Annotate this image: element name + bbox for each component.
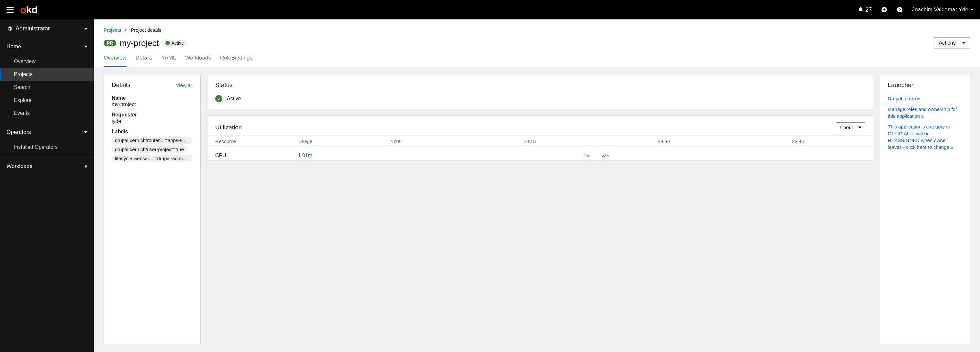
top-bar: okd 27 ? Joachim Valdemar Yde (0, 0, 980, 19)
launcher-link-category[interactable]: This application's category is OFFICIAL:… (888, 123, 962, 151)
col-resource: Resource (215, 138, 264, 144)
sparkline[interactable]: 2m (312, 153, 865, 158)
topbar-left: okd (6, 4, 38, 16)
sidebar-item-explore[interactable]: Explore (0, 94, 94, 107)
time-tick: 23:30 (658, 138, 670, 144)
sidebar-section-label: Workloads (6, 163, 32, 170)
sidebar-item-events[interactable]: Events (0, 107, 94, 120)
chevron-right-icon (86, 165, 88, 168)
question-circle-icon: ? (897, 6, 903, 13)
card-title: Launcher (888, 81, 913, 89)
time-range-value: 1 hour (839, 125, 853, 130)
caret-down-icon (970, 9, 974, 11)
sidebar-section-home[interactable]: Home (0, 38, 94, 55)
utilization-row-cpu: CPU 1.01m 2m (207, 147, 873, 160)
breadcrumb-current: Project details (131, 27, 161, 33)
tabs: Overview Details YAML Workloads RoleBind… (94, 49, 980, 67)
time-tick: 23:15 (523, 138, 536, 144)
help-button[interactable]: ? (897, 6, 903, 13)
label-pill[interactable]: drupal.cern.ch/router... =apps-sha... (112, 136, 192, 144)
name-label: Name (112, 95, 192, 101)
name-value: my-project (112, 101, 192, 108)
title-row: PR my-project ✓ Active Actions (103, 37, 970, 49)
launcher-card: Launcher Drupal forum⧉ Manage roles and … (880, 75, 970, 344)
caret-down-icon (84, 28, 88, 30)
labels-label: Labels (112, 129, 192, 135)
add-button[interactable] (881, 6, 888, 13)
tab-rolebindings[interactable]: RoleBindings (220, 55, 253, 67)
sidebar-item-overview[interactable]: Overview (0, 55, 94, 68)
col-times: 23:00 23:15 23:30 23:45 (312, 138, 865, 144)
label-pill[interactable]: lifecycle.webser... =drupal-admins... (112, 155, 192, 162)
gear-icon (6, 26, 12, 32)
tab-overview[interactable]: Overview (103, 55, 127, 67)
sidebar: Administrator Home Overview Projects Sea… (0, 19, 94, 352)
perspective-switcher[interactable]: Administrator (0, 19, 94, 38)
external-link-icon: ⧉ (951, 146, 953, 149)
card-title: Utilization (215, 124, 242, 131)
user-menu[interactable]: Joachim Valdemar Yde (912, 6, 974, 13)
details-card: Details View all Name my-project Request… (103, 75, 200, 344)
tab-yaml[interactable]: YAML (162, 55, 176, 67)
requester-label: Requester (112, 112, 192, 118)
sidebar-section-label: Home (6, 43, 21, 50)
title-left: PR my-project ✓ Active (103, 38, 187, 48)
overview-content: Details View all Name my-project Request… (94, 67, 980, 352)
tab-workloads[interactable]: Workloads (185, 55, 211, 67)
tab-details[interactable]: Details (135, 55, 153, 67)
sidebar-section-label: Operators (6, 129, 31, 136)
caret-down-icon (84, 46, 88, 48)
sidebar-item-search[interactable]: Search (0, 81, 94, 94)
utilization-table-header: Resource Usage 23:00 23:15 23:30 23:45 (207, 136, 873, 147)
time-tick: 23:00 (389, 138, 402, 144)
external-link-icon: ⧉ (917, 97, 920, 101)
graph-label: 2m (584, 153, 590, 158)
perspective-label: Administrator (16, 25, 50, 32)
time-range-dropdown[interactable]: 1 hour (836, 122, 865, 132)
svg-text:?: ? (899, 8, 901, 12)
launcher-link-drupal-forum[interactable]: Drupal forum⧉ (888, 95, 962, 102)
check-icon: ✓ (215, 95, 222, 102)
card-title: Status (215, 81, 233, 89)
logo-o: o (20, 4, 26, 16)
check-icon: ✓ (165, 41, 170, 45)
project-title: my-project (119, 38, 159, 48)
sidebar-section-workloads[interactable]: Workloads (0, 157, 94, 175)
status-card: Status ✓ Active (207, 75, 873, 109)
requester-value: jyde (112, 119, 192, 124)
hamburger-menu-button[interactable] (6, 7, 14, 13)
card-title: Details (112, 81, 130, 89)
bell-icon (858, 7, 864, 13)
status-badge-label: Active (172, 40, 184, 46)
utilization-card: Utilization 1 hour Resource Usage 23:00 (207, 116, 873, 161)
external-link-icon: ⧉ (921, 114, 924, 119)
label-pill[interactable]: drupal.cern.ch/user-project=true (112, 146, 187, 153)
actions-label: Actions (939, 40, 956, 46)
usage-value[interactable]: 1.01m (264, 153, 312, 159)
breadcrumb-root[interactable]: Projects (103, 27, 121, 33)
username-label: Joachim Valdemar Yde (912, 6, 968, 13)
status-badge: ✓ Active (162, 40, 187, 46)
sidebar-home-items: Overview Projects Search Explore Events (0, 55, 94, 124)
sidebar-item-installed-operators[interactable]: Installed Operators (0, 141, 94, 154)
sidebar-section-operators[interactable]: Operators (0, 124, 94, 141)
col-usage: Usage (264, 138, 312, 144)
logo-kd: kd (26, 4, 38, 16)
page-header: Projects Project details PR my-project ✓… (94, 19, 980, 49)
caret-down-icon (858, 127, 862, 128)
main-content: Projects Project details PR my-project ✓… (94, 19, 980, 352)
topbar-right: 27 ? Joachim Valdemar Yde (858, 6, 974, 13)
plus-circle-icon (881, 6, 888, 13)
okd-logo[interactable]: okd (20, 4, 38, 16)
sidebar-item-projects[interactable]: Projects (0, 68, 94, 81)
status-value: Active (227, 96, 241, 101)
caret-down-icon (84, 132, 88, 133)
launcher-link-manage-roles[interactable]: Manage roles and ownership for this appl… (888, 106, 962, 119)
caret-down-icon (962, 42, 966, 44)
sparkline-icon (602, 154, 609, 158)
details-view-all-link[interactable]: View all (176, 82, 192, 88)
breadcrumb: Projects Project details (103, 27, 970, 33)
actions-dropdown[interactable]: Actions (934, 37, 970, 49)
notifications-button[interactable]: 27 (858, 6, 872, 13)
notification-count: 27 (865, 6, 872, 13)
